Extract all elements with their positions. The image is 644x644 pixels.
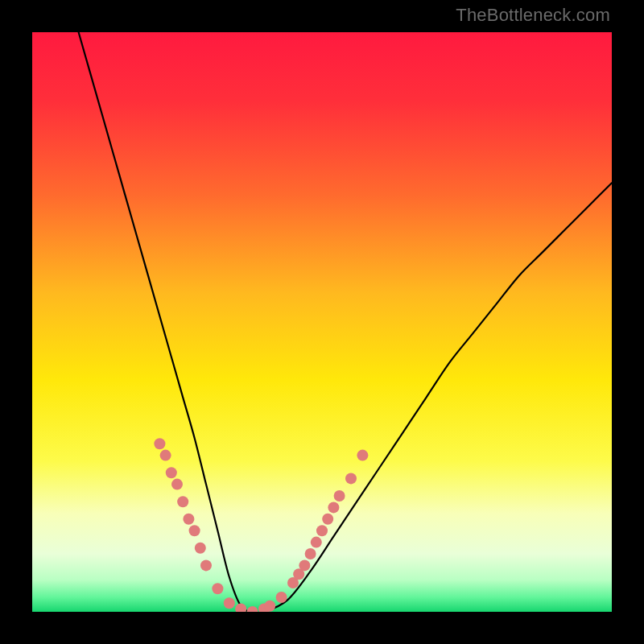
highlight-dot	[212, 583, 223, 594]
highlight-dot	[264, 601, 275, 612]
watermark-text: TheBottleneck.com	[456, 5, 610, 26]
highlight-dot	[328, 502, 339, 513]
highlight-dot	[322, 514, 333, 525]
highlight-dot	[166, 467, 177, 478]
highlight-dot	[247, 606, 258, 612]
highlight-dot	[160, 450, 171, 461]
highlight-dots	[154, 438, 368, 612]
highlight-dot	[171, 479, 183, 490]
highlight-dot	[195, 543, 206, 554]
highlight-dot	[154, 438, 165, 449]
plot-area	[32, 32, 612, 612]
highlight-dot	[183, 514, 194, 525]
highlight-dot	[316, 525, 328, 536]
highlight-dot	[189, 525, 200, 536]
highlight-dot	[334, 490, 345, 502]
highlight-dot	[311, 537, 322, 548]
bottleneck-curve	[79, 32, 612, 612]
highlight-dot	[276, 592, 287, 603]
highlight-dot	[235, 603, 246, 612]
curve-layer	[32, 32, 612, 612]
highlight-dot	[177, 496, 188, 507]
outer-frame: TheBottleneck.com	[0, 0, 644, 644]
highlight-dot	[357, 450, 368, 461]
highlight-dot	[200, 559, 212, 571]
highlight-dot	[224, 597, 235, 609]
highlight-dot	[299, 559, 310, 571]
highlight-dot	[305, 548, 316, 559]
highlight-dot	[345, 473, 357, 484]
